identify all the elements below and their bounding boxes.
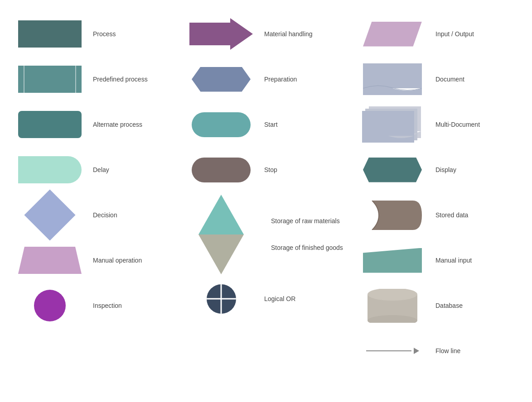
shape-decision-container	[14, 197, 86, 233]
predefined-label: Predefined process	[93, 75, 148, 83]
manual-op-shape	[18, 247, 82, 274]
raw-storage-shape	[198, 195, 244, 234]
inspection-shape	[34, 290, 66, 321]
manual-input-shape	[363, 248, 422, 273]
svg-marker-0	[189, 18, 253, 50]
legend-item-preparation: Preparation	[180, 59, 352, 100]
predefined-shape	[18, 66, 82, 93]
manual-op-label: Manual operation	[93, 256, 142, 264]
legend-item-flow-line: Flow line	[352, 330, 523, 371]
stored-data-shape	[363, 201, 422, 230]
predefined-line-right	[75, 66, 76, 93]
database-label: Database	[435, 302, 463, 310]
legend-col-3: Input / Output Document	[352, 14, 523, 388]
material-handling-label: Material handling	[264, 30, 313, 38]
legend-item-manual-op: Manual operation	[9, 240, 180, 281]
legend-item-start: Start	[180, 104, 352, 145]
stop-shape	[192, 158, 251, 182]
flow-line-arrow	[414, 348, 419, 354]
shape-manual-input-container	[356, 242, 429, 278]
shape-start-container	[185, 106, 257, 143]
shape-process-container	[14, 16, 86, 52]
start-label: Start	[264, 120, 278, 129]
legend-item-storage-combined: Storage of raw materials Storage of fini…	[180, 195, 352, 274]
decision-shape	[24, 189, 75, 240]
alternate-shape	[18, 111, 82, 138]
shape-stop-container	[185, 152, 257, 188]
legend-item-process: Process	[9, 14, 180, 54]
legend-item-database: Database	[352, 285, 523, 326]
shape-material-handling-container	[185, 16, 257, 52]
legend-item-stored-data: Stored data	[352, 195, 523, 235]
display-label: Display	[435, 166, 456, 174]
shape-document-container	[356, 61, 429, 97]
preparation-shape	[192, 67, 251, 92]
legend-item-display: Display	[352, 149, 523, 190]
legend-grid: Process Predefined process Alternate pro…	[0, 0, 532, 402]
finished-storage-shape	[198, 234, 244, 274]
shape-multi-document-container	[356, 106, 429, 143]
database-shape	[368, 289, 417, 323]
multi-document-shape	[362, 106, 423, 143]
shape-logical-or-container	[185, 281, 257, 317]
storage-labels: Storage of raw materials Storage of fini…	[264, 217, 343, 251]
shape-input-output-container	[356, 16, 429, 52]
shape-manual-op-container	[14, 242, 86, 278]
shape-database-container	[356, 287, 429, 324]
logical-or-label: Logical OR	[264, 295, 295, 303]
delay-label: Delay	[93, 166, 109, 174]
preparation-label: Preparation	[264, 75, 297, 83]
start-shape	[192, 112, 251, 137]
shape-predefined-container	[14, 61, 86, 97]
legend-item-stop: Stop	[180, 149, 352, 190]
shape-alternate-container	[14, 106, 86, 143]
legend-item-alternate: Alternate process	[9, 104, 180, 145]
shape-delay-container	[14, 152, 86, 188]
raw-storage-label: Storage of raw materials	[271, 217, 340, 225]
storage-pair	[198, 195, 244, 274]
inspection-label: Inspection	[93, 302, 122, 310]
alternate-label: Alternate process	[93, 120, 142, 129]
flow-line-bar	[366, 350, 411, 351]
material-handling-shape	[189, 18, 253, 50]
shape-inspection-container	[14, 287, 86, 324]
stop-label: Stop	[264, 166, 277, 174]
svg-rect-6	[362, 111, 414, 136]
display-shape	[363, 158, 422, 182]
shape-preparation-container	[185, 61, 257, 97]
process-label: Process	[93, 30, 116, 38]
svg-marker-1	[198, 195, 244, 234]
shape-storage-container	[185, 197, 257, 272]
legend-item-document: Document	[352, 59, 523, 100]
flow-line-shape	[366, 348, 419, 354]
legend-item-material-handling: Material handling	[180, 14, 352, 54]
legend-item-decision: Decision	[9, 195, 180, 235]
svg-marker-2	[198, 234, 244, 274]
legend-col-2: Material handling Preparation Start Stop	[180, 14, 352, 388]
document-label: Document	[435, 75, 464, 83]
legend-item-manual-input: Manual input	[352, 240, 523, 281]
legend-col-1: Process Predefined process Alternate pro…	[9, 14, 180, 388]
document-shape	[363, 63, 422, 95]
delay-shape	[18, 156, 82, 183]
legend-item-multi-document: Multi-Document	[352, 104, 523, 145]
svg-rect-3	[363, 63, 422, 88]
predefined-line-left	[24, 66, 24, 93]
legend-item-inspection: Inspection	[9, 285, 180, 326]
manual-input-label: Manual input	[435, 256, 472, 264]
legend-item-predefined: Predefined process	[9, 59, 180, 100]
legend-item-input-output: Input / Output	[352, 14, 523, 54]
multi-document-label: Multi-Document	[435, 120, 480, 129]
finished-storage-label: Storage of finished goods	[271, 244, 343, 252]
shape-stored-data-container	[356, 197, 429, 233]
legend-item-delay: Delay	[9, 149, 180, 190]
shape-flow-line-container	[356, 333, 429, 369]
input-output-label: Input / Output	[435, 30, 474, 38]
shape-display-container	[356, 152, 429, 188]
stored-data-label: Stored data	[435, 211, 468, 219]
flow-line-label: Flow line	[435, 347, 460, 355]
legend-item-logical-or: Logical OR	[180, 278, 352, 319]
decision-label: Decision	[93, 211, 117, 219]
process-shape	[18, 20, 82, 48]
logical-or-shape	[207, 284, 236, 314]
